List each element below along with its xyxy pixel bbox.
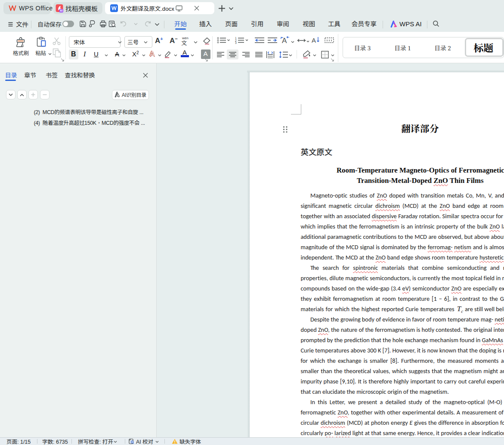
svg-text:A: A (312, 37, 316, 44)
svg-text:3: 3 (235, 41, 237, 44)
svg-text:AI: AI (60, 9, 63, 12)
